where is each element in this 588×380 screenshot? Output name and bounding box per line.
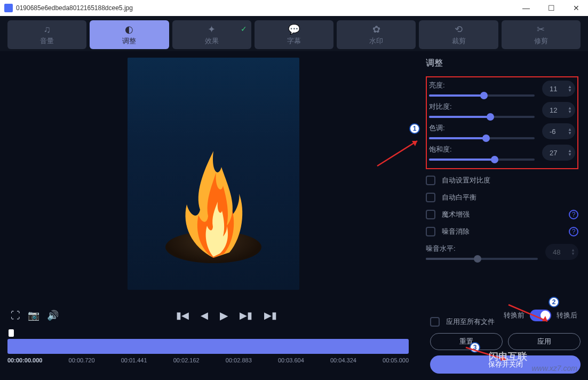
tab-label: 水印 — [369, 36, 383, 46]
crop-icon: ⟲ — [455, 23, 463, 35]
magic-enhance-label: 魔术增强 — [442, 210, 470, 219]
saturation-label: 饱和度: — [429, 145, 535, 154]
noise-level-slider[interactable] — [426, 258, 538, 260]
saturation-slider[interactable] — [429, 159, 535, 161]
stepper-icon[interactable]: ▲▼ — [568, 149, 572, 156]
subtitle-icon: 💬 — [288, 23, 300, 35]
prev-icon[interactable]: ◀ — [201, 310, 208, 321]
annotation-marker-1: 1 — [409, 123, 420, 134]
svg-marker-3 — [542, 316, 547, 321]
tab-adjust[interactable]: ◐ 调整 — [90, 20, 169, 49]
titlebar: 0190685e6edbeda8012165188dcee5.jpg — ☐ ✕ — [0, 0, 588, 16]
music-note-icon: ♫ — [43, 24, 51, 35]
time-label: 00:01.441 — [121, 357, 147, 363]
tab-watermark[interactable]: ✿ 水印 — [337, 20, 416, 49]
next-icon[interactable]: ▶▮ — [240, 310, 252, 321]
tab-label: 音量 — [40, 36, 54, 46]
preview-image — [128, 58, 299, 290]
tab-crop[interactable]: ⟲ 裁剪 — [419, 20, 498, 49]
playhead[interactable] — [9, 329, 14, 337]
auto-wb-checkbox[interactable] — [426, 193, 435, 202]
skip-fwd-icon[interactable]: ▶▮ — [264, 310, 277, 321]
apply-all-checkbox[interactable] — [430, 317, 440, 327]
bottom-actions: 应用至所有文件 2 重置 应用 3 保存并关闭 闪电互联 www.xz7.com — [430, 317, 581, 374]
tab-effect[interactable]: ✦ 效果 ✓ — [172, 20, 251, 49]
scissors-icon: ✂ — [537, 23, 545, 35]
fullscreen-icon[interactable]: ⛶ — [11, 310, 20, 321]
auto-contrast-label: 自动设置对比度 — [442, 176, 490, 185]
tab-subtitle[interactable]: 💬 字幕 — [255, 20, 333, 49]
tab-volume[interactable]: ♫ 音量 — [7, 20, 86, 49]
tab-label: 调整 — [122, 36, 136, 46]
denoise-checkbox[interactable] — [426, 227, 435, 236]
time-label: 00:02.162 — [173, 357, 200, 363]
noise-level-label: 噪音水平: — [426, 244, 538, 254]
apply-button[interactable]: 应用 — [508, 333, 581, 350]
stepper-icon[interactable]: ▲▼ — [568, 85, 572, 92]
tab-bar: ♫ 音量 ◐ 调整 ✦ 效果 ✓ 💬 字幕 ✿ 水印 ⟲ 裁剪 ✂ 修剪 — [0, 16, 588, 51]
svg-line-2 — [508, 305, 547, 321]
maximize-button[interactable]: ☐ — [544, 3, 559, 13]
skip-back-icon[interactable]: ▮◀ — [176, 310, 189, 321]
brightness-value[interactable]: 11 ▲▼ — [542, 81, 575, 97]
saturation-value[interactable]: 27 ▲▼ — [542, 145, 575, 161]
time-label: 00:00.720 — [69, 357, 95, 363]
flame-graphic — [160, 130, 267, 258]
watermark-brand: 闪电互联 — [489, 350, 527, 363]
annotation-arrow-1 — [375, 137, 423, 169]
panel-title: 调整 — [426, 58, 578, 69]
brightness-label: 亮度: — [429, 81, 535, 90]
tab-label: 裁剪 — [452, 36, 466, 46]
speaker-icon[interactable]: 🔊 — [47, 310, 59, 321]
highlighted-sliders-box: 亮度: 11 ▲▼ 对比度: — [426, 76, 578, 169]
hue-slider[interactable] — [429, 137, 535, 139]
app-icon — [4, 4, 13, 12]
annotation-arrow-2 — [506, 302, 554, 324]
time-label: 00:04.324 — [330, 357, 356, 363]
minimize-button[interactable]: — — [518, 3, 534, 13]
tab-label: 字幕 — [287, 36, 301, 46]
watermark-url: www.xz7.com — [531, 364, 577, 373]
stepper-icon[interactable]: ▲▼ — [568, 106, 572, 114]
contrast-slider[interactable] — [429, 116, 535, 118]
svg-line-0 — [377, 141, 417, 166]
help-icon[interactable]: ? — [569, 227, 578, 236]
time-label: 00:05.000 — [383, 357, 409, 363]
play-icon[interactable]: ▶ — [220, 309, 228, 322]
tab-label: 效果 — [205, 36, 219, 46]
timeline-track[interactable] — [7, 339, 409, 354]
time-label: 00:03.604 — [278, 357, 304, 363]
magic-enhance-checkbox[interactable] — [426, 210, 435, 219]
time-label: 00:02.883 — [226, 357, 252, 363]
contrast-icon: ◐ — [125, 23, 133, 35]
check-icon: ✓ — [241, 25, 247, 33]
hue-label: 色调: — [429, 123, 535, 133]
preview-area — [7, 58, 419, 305]
hue-value[interactable]: -6 ▲▼ — [542, 123, 575, 139]
camera-icon[interactable]: 📷 — [28, 310, 39, 321]
contrast-value[interactable]: 12 ▲▼ — [542, 102, 575, 118]
stamp-icon: ✿ — [372, 23, 380, 35]
brightness-slider[interactable] — [429, 94, 535, 97]
close-button[interactable]: ✕ — [569, 3, 584, 13]
contrast-label: 对比度: — [429, 102, 535, 112]
stepper-icon: ▲▼ — [571, 248, 575, 256]
timeline: 00:00:00.000 00:00.720 00:01.441 00:02.1… — [0, 326, 416, 367]
annotation-marker-2: 2 — [549, 297, 559, 307]
stepper-icon[interactable]: ▲▼ — [568, 128, 572, 135]
help-icon[interactable]: ? — [569, 210, 578, 219]
auto-wb-label: 自动白平衡 — [442, 193, 476, 202]
denoise-label: 噪音消除 — [442, 227, 470, 236]
noise-level-value: 48 ▲▼ — [545, 244, 578, 260]
apply-all-label: 应用至所有文件 — [446, 317, 495, 327]
adjust-panel: 调整 亮度: 11 ▲▼ 对比度: — [426, 58, 581, 305]
auto-contrast-checkbox[interactable] — [426, 176, 435, 185]
wand-icon: ✦ — [208, 23, 216, 35]
tab-trim[interactable]: ✂ 修剪 — [502, 20, 581, 49]
tab-label: 修剪 — [534, 36, 548, 46]
window-title: 0190685e6edbeda8012165188dcee5.jpg — [16, 4, 518, 12]
time-label: 00:00:00.000 — [7, 357, 42, 363]
